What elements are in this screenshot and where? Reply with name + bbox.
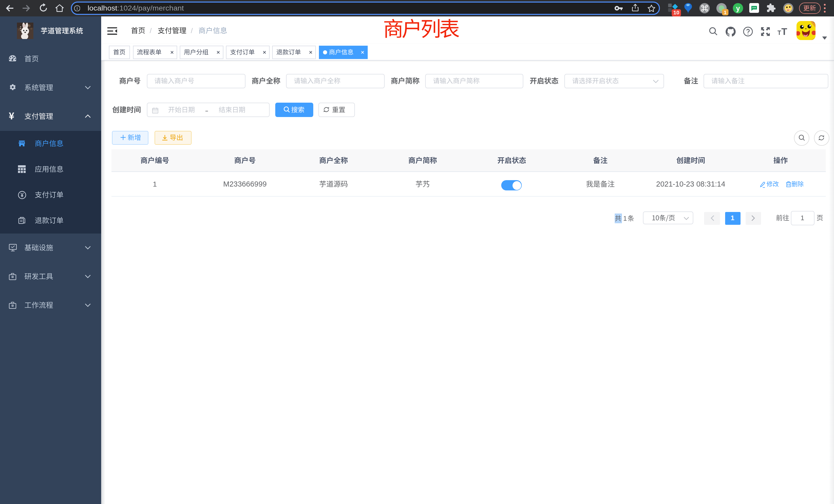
svg-text:y: y xyxy=(736,4,740,12)
svg-text:1: 1 xyxy=(623,214,627,222)
svg-text:1: 1 xyxy=(724,10,727,15)
